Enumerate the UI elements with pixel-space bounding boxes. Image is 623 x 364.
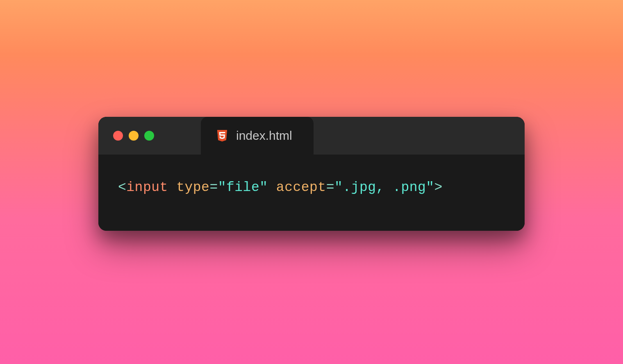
file-tab[interactable]: index.html	[201, 117, 314, 155]
code-token-bracket-close: >	[434, 180, 443, 195]
code-line: <input type="file" accept=".jpg, .png">	[118, 177, 505, 198]
code-token-attr-type: type	[176, 180, 209, 195]
window-titlebar: index.html	[98, 117, 525, 155]
tab-title: index.html	[236, 129, 292, 143]
code-editor-window: index.html <input type="file" accept=".j…	[98, 117, 525, 231]
close-window-button[interactable]	[113, 131, 123, 141]
code-token-attr-accept: accept	[276, 180, 326, 195]
code-editor-area[interactable]: <input type="file" accept=".jpg, .png">	[98, 155, 525, 231]
code-token-string-accept: ".jpg, .png"	[334, 180, 434, 195]
traffic-lights	[113, 131, 154, 141]
code-token-string-file: "file"	[218, 180, 268, 195]
code-token-equals: =	[209, 180, 218, 195]
code-token-equals: =	[326, 180, 334, 195]
minimize-window-button[interactable]	[129, 131, 139, 141]
html5-icon	[216, 128, 229, 143]
code-token-bracket-open: <	[118, 180, 126, 195]
maximize-window-button[interactable]	[144, 131, 154, 141]
code-token-tag: input	[126, 180, 168, 195]
